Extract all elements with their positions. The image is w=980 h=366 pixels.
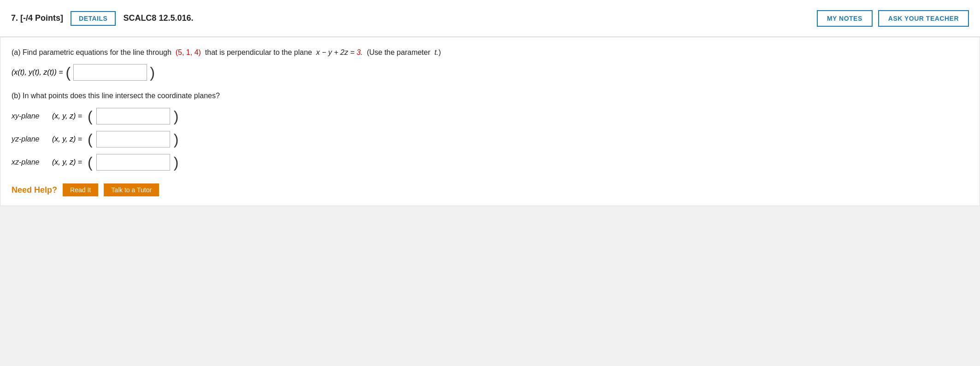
- close-paren-a: ): [150, 65, 155, 80]
- details-button[interactable]: DETAILS: [71, 11, 116, 26]
- need-help-label: Need Help?: [12, 185, 57, 195]
- part-a-suffix: (Use the parameter: [367, 48, 431, 56]
- close-paren-yz: ): [174, 132, 179, 147]
- ask-teacher-button[interactable]: ASK YOUR TEACHER: [878, 10, 969, 27]
- open-paren-xz: (: [88, 155, 93, 170]
- yz-plane-row: yz-plane (x, y, z) = ( ): [12, 131, 968, 148]
- question-number: 7. [-/4 Points]: [11, 13, 63, 23]
- open-paren-xy: (: [88, 109, 93, 124]
- part-b-description: (b) In what points does this line inters…: [12, 90, 968, 102]
- part-a-prefix: (a) Find parametric equations for the li…: [12, 48, 171, 56]
- xz-plane-label: xz-plane: [12, 158, 48, 166]
- my-notes-button[interactable]: MY NOTES: [817, 10, 873, 27]
- xy-xyz-label: (x, y, z) =: [52, 112, 82, 120]
- close-paren-xz: ): [174, 155, 179, 170]
- problem-code: SCALC8 12.5.016.: [123, 13, 809, 23]
- part-a-equation: x − y + 2z = 3.: [316, 48, 363, 56]
- read-it-button[interactable]: Read It: [63, 183, 98, 196]
- part-a-equation-row: (x(t), y(t), z(t)) = ( ): [12, 64, 968, 81]
- header-bar: 7. [-/4 Points] DETAILS SCALC8 12.5.016.…: [0, 0, 980, 37]
- need-help-section: Need Help? Read It Talk to a Tutor: [12, 183, 968, 196]
- xz-plane-row: xz-plane (x, y, z) = ( ): [12, 154, 968, 171]
- problem-section: (a) Find parametric equations for the li…: [0, 37, 980, 206]
- part-a-input[interactable]: [73, 64, 147, 81]
- open-paren-yz: (: [88, 132, 93, 147]
- open-paren-a: (: [66, 65, 71, 80]
- xy-plane-label: xy-plane: [12, 112, 48, 120]
- part-a-point: (5, 1, 4): [176, 48, 201, 56]
- header-buttons: MY NOTES ASK YOUR TEACHER: [817, 10, 969, 27]
- yz-plane-label: yz-plane: [12, 135, 48, 143]
- yz-xyz-label: (x, y, z) =: [52, 135, 82, 143]
- part-b-section: (b) In what points does this line inters…: [12, 90, 968, 171]
- xz-plane-input[interactable]: [96, 154, 170, 171]
- part-a-middle: that is perpendicular to the plane: [205, 48, 312, 56]
- close-paren-xy: ): [174, 109, 179, 124]
- part-a-lhs-label: (x(t), y(t), z(t)) =: [12, 68, 63, 77]
- xz-xyz-label: (x, y, z) =: [52, 158, 82, 166]
- xy-plane-row: xy-plane (x, y, z) = ( ): [12, 108, 968, 124]
- talk-to-tutor-button[interactable]: Talk to a Tutor: [104, 183, 159, 196]
- yz-plane-input[interactable]: [96, 131, 170, 148]
- part-a-description: (a) Find parametric equations for the li…: [12, 47, 968, 59]
- xy-plane-input[interactable]: [96, 108, 170, 124]
- part-a-parameter: t.: [434, 48, 438, 56]
